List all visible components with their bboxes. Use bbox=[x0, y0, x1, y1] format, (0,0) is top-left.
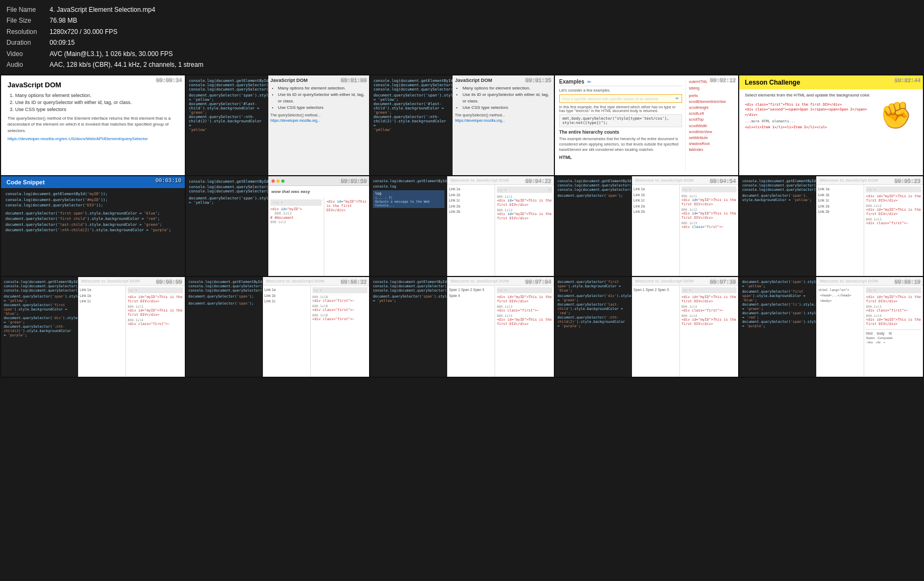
timestamp-6: 00:03:10 bbox=[156, 178, 182, 184]
filename-value: 4. JavaScript Element Selection.mp4 bbox=[50, 4, 207, 15]
timestamp-8: 00:04:22 bbox=[525, 178, 551, 184]
thumbnail-1[interactable]: 00:00:34 JavaScript DOM Many options for… bbox=[1, 75, 185, 175]
timestamp-15: 00:08:10 bbox=[894, 279, 920, 285]
timestamp-10: 00:05:23 bbox=[894, 178, 920, 184]
thumbnail-11[interactable]: 00:06:00 console.log(document.getElement… bbox=[1, 277, 185, 377]
thumbnail-14[interactable]: 00:07:38 document.querySelector('first s… bbox=[555, 277, 739, 377]
code-panel-2: console.log(document.getElementById('myI… bbox=[186, 75, 268, 175]
timestamp-4: 00:02:12 bbox=[709, 77, 735, 83]
thumbnails-grid: 00:00:34 JavaScript DOM Many options for… bbox=[0, 74, 924, 378]
timestamp-2: 00:01:00 bbox=[340, 77, 366, 83]
timestamp-1: 00:00:34 bbox=[156, 77, 182, 83]
slide-link-1: https://developer.mozilla.org/en-US/docs… bbox=[8, 136, 178, 142]
audio-value: AAC, 128 kb/s (CBR), 44.1 kHz, 2 channel… bbox=[50, 59, 207, 70]
timestamp-11: 00:06:00 bbox=[156, 279, 182, 285]
timestamp-12: 00:06:32 bbox=[340, 279, 366, 285]
thumbnail-6[interactable]: 00:03:10 Code Snippet console.log(docume… bbox=[1, 176, 185, 276]
browser-panel-3: JavaScript DOM Many options for element … bbox=[453, 75, 553, 175]
audio-label: Audio bbox=[6, 59, 50, 70]
thumbnail-2[interactable]: 00:01:00 console.log(document.getElement… bbox=[186, 75, 370, 175]
duration-label: Duration bbox=[6, 37, 50, 48]
thumbnail-9[interactable]: 00:04:54 console.log(document.getElement… bbox=[555, 176, 739, 276]
timestamp-5: 00:02:44 bbox=[894, 77, 920, 83]
thumbnail-8[interactable]: 00:04:22 console.log(document.getElement… bbox=[370, 176, 554, 276]
snippet-code: console.log(document.getElementById('myI… bbox=[1, 188, 185, 237]
resolution-value: 1280x720 / 30.000 FPS bbox=[50, 26, 207, 37]
slide-item-1-3: Use CSS type selectors bbox=[15, 106, 178, 113]
slide-item-1-1: Many options for element selection. bbox=[15, 92, 178, 99]
slide-body-1: The querySelector() method of the Elemen… bbox=[8, 115, 178, 134]
video-label: Video bbox=[6, 49, 50, 59]
thumbnail-5[interactable]: 00:02:44 Lesson Challenge Select element… bbox=[739, 75, 923, 175]
thumbnail-4[interactable]: 00:02:12 Examples ✏ Let's consider a few… bbox=[555, 75, 739, 175]
timestamp-14: 00:07:38 bbox=[709, 279, 735, 285]
duration-value: 00:09:15 bbox=[50, 37, 207, 48]
timestamp-7: 00:03:50 bbox=[340, 178, 366, 184]
thumbnail-7[interactable]: 00:03:50 console.log(document.getElement… bbox=[186, 176, 370, 276]
code-panel-3: console.log(document.getElementById('myI… bbox=[370, 75, 453, 175]
filesize-value: 76.98 MB bbox=[50, 15, 207, 26]
thumbnail-13[interactable]: 00:07:04 console.log(document.getElement… bbox=[370, 277, 554, 377]
slide-title-1: JavaScript DOM bbox=[8, 81, 178, 89]
browser-panel-2: JavaScript DOM Many options for element … bbox=[268, 75, 369, 175]
challenge-body: Select elements from the HTML and update… bbox=[739, 89, 923, 134]
video-value: AVC (Main@L3.1), 1 026 kb/s, 30.000 FPS bbox=[50, 49, 207, 59]
filesize-label: File Size bbox=[6, 15, 50, 26]
thumbnail-12[interactable]: 00:06:32 console.log(document.getElement… bbox=[186, 277, 370, 377]
timestamp-9: 00:04:54 bbox=[709, 178, 735, 184]
thumbnail-3[interactable]: 00:01:35 console.log(document.getElement… bbox=[370, 75, 554, 175]
slide-item-1-2: Use its ID or querySelector with either … bbox=[15, 99, 178, 106]
resolution-label: Resolution bbox=[6, 26, 50, 37]
timestamp-13: 00:07:04 bbox=[525, 279, 551, 285]
file-info-panel: File Name 4. JavaScript Element Selectio… bbox=[0, 0, 924, 74]
thumbnail-15[interactable]: 00:08:10 document.querySelector('span').… bbox=[739, 277, 923, 377]
timestamp-3: 00:01:35 bbox=[525, 77, 551, 83]
filename-label: File Name bbox=[6, 4, 50, 15]
thumbnail-10[interactable]: 00:05:23 console.log(document.getElement… bbox=[739, 176, 923, 276]
